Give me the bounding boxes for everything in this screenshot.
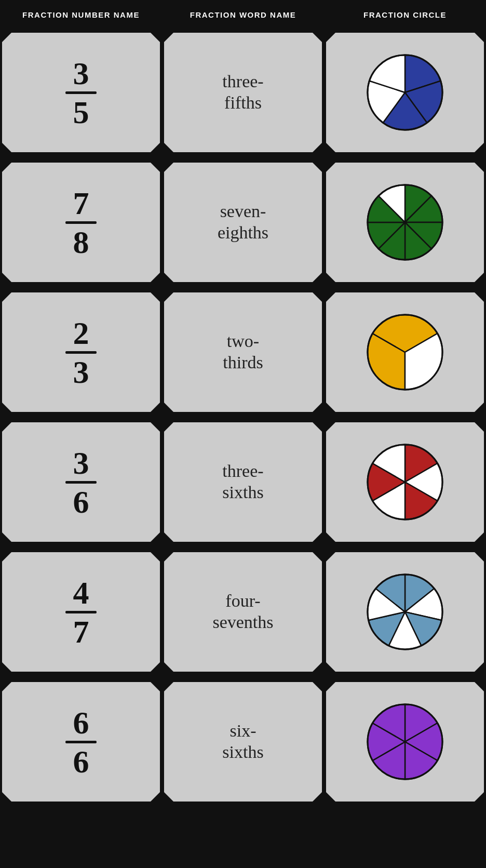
- row-4: 47four-sevenths: [0, 547, 486, 677]
- fraction-number-cell-0: 35: [2, 33, 160, 152]
- word-text-0: three-fifths: [222, 71, 263, 114]
- grid: 35three-fifths78seven-eighths23two-third…: [0, 28, 486, 807]
- word-text-5: six-sixths: [222, 720, 263, 763]
- numerator-1: 7: [73, 187, 89, 219]
- denominator-0: 5: [73, 96, 89, 128]
- header-0: FRACTION NUMBER NAME: [0, 6, 162, 23]
- fraction-text-4: 47: [65, 577, 97, 648]
- fraction-text-5: 66: [65, 706, 97, 778]
- fraction-text-2: 23: [65, 317, 97, 388]
- denominator-4: 7: [73, 616, 89, 648]
- header-2: FRACTION CIRCLE: [324, 6, 486, 23]
- numerator-0: 3: [73, 57, 89, 89]
- word-text-2: two-thirds: [223, 331, 263, 373]
- fraction-number-cell-2: 23: [2, 292, 160, 412]
- pie-chart-3: [363, 440, 447, 524]
- fraction-line-4: [65, 611, 97, 613]
- word-text-3: three-sixths: [222, 461, 263, 503]
- row-2: 23two-thirds: [0, 287, 486, 417]
- fraction-number-cell-5: 66: [2, 682, 160, 802]
- fraction-word-cell-1: seven-eighths: [164, 163, 322, 282]
- fraction-word-cell-3: three-sixths: [164, 422, 322, 542]
- fraction-line-1: [65, 221, 97, 224]
- numerator-4: 4: [73, 577, 89, 609]
- fraction-circle-cell-0: [326, 33, 484, 152]
- fraction-circle-cell-5: [326, 682, 484, 802]
- row-3: 36three-sixths: [0, 417, 486, 547]
- word-text-4: four-sevenths: [212, 591, 273, 633]
- pie-chart-1: [363, 181, 447, 264]
- fraction-number-cell-3: 36: [2, 422, 160, 542]
- fraction-line-2: [65, 351, 97, 354]
- fraction-circle-cell-3: [326, 422, 484, 542]
- fraction-word-cell-5: six-sixths: [164, 682, 322, 802]
- fraction-number-cell-4: 47: [2, 552, 160, 672]
- row-5: 66six-sixths: [0, 677, 486, 807]
- denominator-3: 6: [73, 486, 89, 518]
- word-text-1: seven-eighths: [218, 201, 268, 244]
- pie-chart-2: [363, 311, 447, 394]
- numerator-3: 3: [73, 447, 89, 479]
- fraction-line-3: [65, 481, 97, 484]
- fraction-word-cell-4: four-sevenths: [164, 552, 322, 672]
- fraction-text-3: 36: [65, 447, 97, 518]
- fraction-text-0: 35: [65, 57, 97, 128]
- pie-chart-0: [363, 51, 447, 134]
- fraction-line-5: [65, 741, 97, 743]
- fraction-circle-cell-4: [326, 552, 484, 672]
- fraction-word-cell-0: three-fifths: [164, 33, 322, 152]
- denominator-1: 8: [73, 226, 89, 258]
- pie-chart-5: [363, 700, 447, 783]
- fraction-word-cell-2: two-thirds: [164, 292, 322, 412]
- fraction-line-0: [65, 91, 97, 94]
- fraction-number-cell-1: 78: [2, 163, 160, 282]
- fraction-text-1: 78: [65, 187, 97, 258]
- fraction-circle-cell-1: [326, 163, 484, 282]
- row-1: 78seven-eighths: [0, 157, 486, 287]
- denominator-5: 6: [73, 745, 89, 778]
- header-row: FRACTION NUMBER NAMEFRACTION WORD NAMEFR…: [0, 0, 486, 28]
- denominator-2: 3: [73, 356, 89, 388]
- fraction-circle-cell-2: [326, 292, 484, 412]
- pie-chart-4: [363, 570, 447, 653]
- numerator-2: 2: [73, 317, 89, 349]
- numerator-5: 6: [73, 706, 89, 739]
- header-1: FRACTION WORD NAME: [162, 6, 324, 23]
- row-0: 35three-fifths: [0, 28, 486, 157]
